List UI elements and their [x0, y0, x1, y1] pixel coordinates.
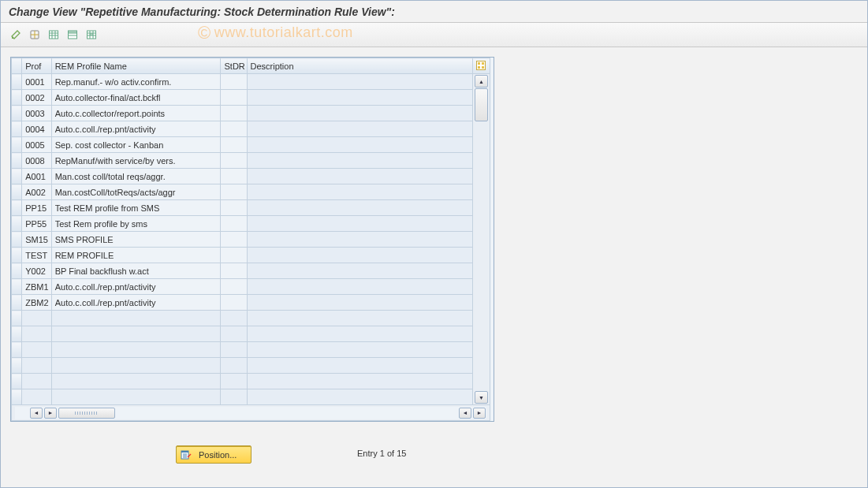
table-config-icon[interactable] [472, 58, 490, 74]
cell-name[interactable] [51, 374, 221, 389]
select-block-icon[interactable] [83, 26, 100, 43]
position-button[interactable]: Position... [176, 445, 251, 464]
row-selector[interactable] [12, 248, 22, 263]
row-selector[interactable] [12, 263, 22, 279]
display-change-icon[interactable] [7, 26, 24, 43]
cell-prof[interactable]: PP15 [22, 200, 51, 216]
table-row[interactable]: 0002Auto.collector-final/act.bckfl [12, 90, 490, 106]
cell-desc[interactable] [247, 374, 472, 389]
col-header-stdr[interactable]: StDR [221, 58, 247, 74]
cell-prof[interactable]: 0002 [22, 90, 51, 106]
h-scroll-thumb[interactable] [58, 408, 115, 419]
cell-stdr[interactable] [221, 184, 247, 200]
cell-stdr[interactable] [221, 295, 247, 311]
cell-prof[interactable]: ZBM1 [22, 279, 51, 295]
cell-name[interactable]: Test Rem profile by sms [51, 216, 221, 232]
cell-name[interactable]: Auto.collector-final/act.bckfl [51, 90, 221, 106]
table-row[interactable]: SM15SMS PROFILE [12, 232, 490, 248]
row-selector[interactable] [12, 374, 22, 389]
row-selector[interactable] [12, 279, 22, 295]
cell-stdr[interactable] [221, 216, 247, 232]
cell-desc[interactable] [247, 74, 472, 90]
cell-prof[interactable]: TEST [22, 248, 51, 263]
cell-prof[interactable] [22, 374, 51, 389]
cell-name[interactable]: Auto.c.collector/report.points [51, 106, 221, 121]
col-header-prof[interactable]: Prof [22, 58, 51, 74]
cell-stdr[interactable] [221, 374, 247, 389]
row-selector[interactable] [12, 184, 22, 200]
table-row[interactable]: A001Man.cost coll/total reqs/aggr. [12, 169, 490, 184]
table-row[interactable]: 0001Rep.manuf.- w/o activ.confirm.▲▼ [12, 74, 490, 90]
table-icon[interactable] [45, 26, 62, 43]
row-selector[interactable] [12, 216, 22, 232]
h-scroll-left-icon[interactable]: ◄ [30, 408, 43, 419]
row-selector[interactable] [12, 311, 22, 326]
cell-stdr[interactable] [221, 311, 247, 326]
col-header-desc[interactable]: Description [247, 58, 472, 74]
v-scroll-up-icon[interactable]: ▲ [475, 75, 488, 88]
cell-name[interactable]: Man.costColl/totReqs/acts/aggr [51, 184, 221, 200]
cell-name[interactable]: Sep. cost collector - Kanban [51, 137, 221, 153]
h-scroll-left-end-icon[interactable]: ◄ [459, 408, 471, 419]
cell-prof[interactable] [22, 311, 51, 326]
cell-prof[interactable]: 0004 [22, 121, 51, 137]
v-scroll-thumb[interactable] [475, 88, 488, 121]
cell-name[interactable]: Auto.c.coll./rep.pnt/activity [51, 279, 221, 295]
cell-stdr[interactable] [221, 137, 247, 153]
cell-stdr[interactable] [221, 106, 247, 121]
table-row[interactable]: A002Man.costColl/totReqs/acts/aggr [12, 184, 490, 200]
cell-name[interactable]: SMS PROFILE [51, 232, 221, 248]
other-view-icon[interactable] [26, 26, 43, 43]
h-scroll-right-icon[interactable]: ► [473, 408, 486, 419]
cell-desc[interactable] [247, 263, 472, 279]
cell-prof[interactable]: 0001 [22, 74, 51, 90]
row-selector[interactable] [12, 74, 22, 90]
row-selector[interactable] [12, 121, 22, 137]
cell-desc[interactable] [247, 358, 472, 374]
cell-stdr[interactable] [221, 326, 247, 342]
cell-prof[interactable]: SM15 [22, 232, 51, 248]
cell-prof[interactable]: 0008 [22, 153, 51, 169]
table-row[interactable]: TESTREM PROFILE [12, 248, 490, 263]
cell-stdr[interactable] [221, 389, 247, 405]
cell-prof[interactable]: 0003 [22, 106, 51, 121]
table-row[interactable] [12, 389, 490, 405]
h-scroll-right-begin-icon[interactable]: ► [44, 408, 57, 419]
cell-name[interactable] [51, 311, 221, 326]
cell-desc[interactable] [247, 279, 472, 295]
table-row[interactable]: PP55Test Rem profile by sms [12, 216, 490, 232]
v-scroll-down-icon[interactable]: ▼ [475, 391, 488, 404]
table-row[interactable]: 0004Auto.c.coll./rep.pnt/activity [12, 121, 490, 137]
table-row[interactable] [12, 358, 490, 374]
row-selector[interactable] [12, 232, 22, 248]
cell-prof[interactable]: PP55 [22, 216, 51, 232]
table-row[interactable] [12, 342, 490, 358]
cell-name[interactable]: Auto.c.coll./rep.pnt/activity [51, 295, 221, 311]
cell-prof[interactable] [22, 342, 51, 358]
cell-prof[interactable]: Y002 [22, 263, 51, 279]
col-header-name[interactable]: REM Profile Name [51, 58, 221, 74]
cell-prof[interactable]: A001 [22, 169, 51, 184]
cell-stdr[interactable] [221, 90, 247, 106]
cell-desc[interactable] [247, 153, 472, 169]
cell-name[interactable]: Auto.c.coll./rep.pnt/activity [51, 121, 221, 137]
row-selector[interactable] [12, 342, 22, 358]
cell-stdr[interactable] [221, 74, 247, 90]
row-selector[interactable] [12, 169, 22, 184]
row-selector[interactable] [12, 153, 22, 169]
cell-desc[interactable] [247, 311, 472, 326]
cell-prof[interactable] [22, 389, 51, 405]
cell-stdr[interactable] [221, 279, 247, 295]
row-selector[interactable] [12, 137, 22, 153]
cell-name[interactable]: Man.cost coll/total reqs/aggr. [51, 169, 221, 184]
row-selector[interactable] [12, 200, 22, 216]
cell-desc[interactable] [247, 216, 472, 232]
cell-desc[interactable] [247, 326, 472, 342]
cell-stdr[interactable] [221, 342, 247, 358]
cell-stdr[interactable] [221, 200, 247, 216]
cell-stdr[interactable] [221, 169, 247, 184]
cell-desc[interactable] [247, 248, 472, 263]
cell-desc[interactable] [247, 200, 472, 216]
cell-name[interactable] [51, 358, 221, 374]
row-selector[interactable] [12, 326, 22, 342]
